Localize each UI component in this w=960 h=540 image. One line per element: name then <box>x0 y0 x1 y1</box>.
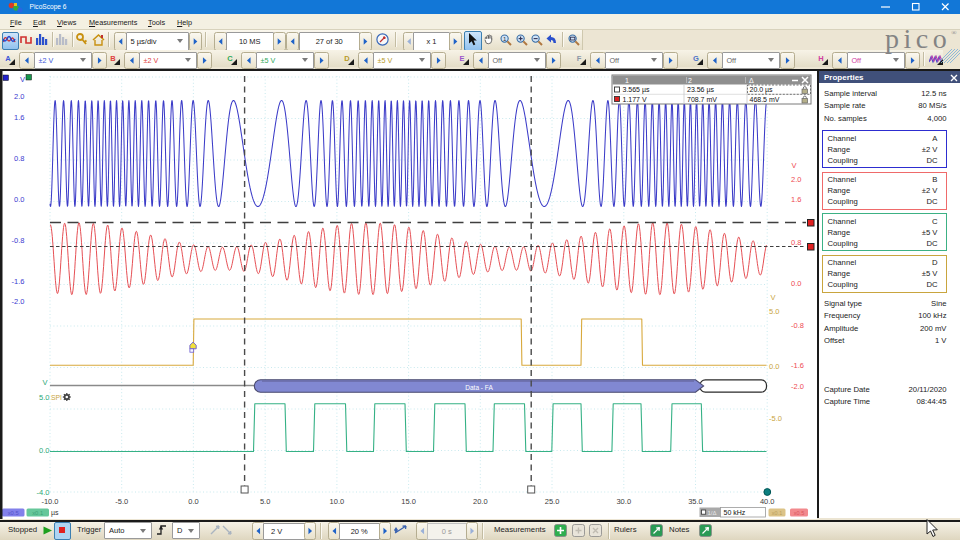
svg-text:SPI: SPI <box>51 394 62 401</box>
svg-text:0.8: 0.8 <box>791 238 801 247</box>
svg-text:1.6: 1.6 <box>14 113 24 122</box>
svg-text:V: V <box>792 161 797 170</box>
svg-text:x0.5: x0.5 <box>794 510 804 516</box>
svg-text:1.6: 1.6 <box>791 195 801 204</box>
svg-text:-10.0: -10.0 <box>41 497 58 506</box>
svg-text:Δ: Δ <box>749 77 754 84</box>
svg-text:1: 1 <box>625 77 629 84</box>
svg-text:-2.0: -2.0 <box>12 297 25 306</box>
svg-text:-4.0: -4.0 <box>37 488 50 497</box>
svg-text:40.0: 40.0 <box>760 497 775 506</box>
svg-text:Data - FA: Data - FA <box>465 384 493 391</box>
svg-text:10.0: 10.0 <box>330 497 345 506</box>
svg-text:2.0: 2.0 <box>14 92 24 101</box>
svg-text:-2.0: -2.0 <box>791 382 804 391</box>
svg-text:x0.5: x0.5 <box>8 510 19 516</box>
svg-text:-0.8: -0.8 <box>791 321 804 330</box>
svg-text:15.0: 15.0 <box>401 497 416 506</box>
svg-text:µs: µs <box>51 509 59 517</box>
svg-text:20.0 µs: 20.0 µs <box>750 86 774 94</box>
svg-text:0.0: 0.0 <box>188 497 198 506</box>
svg-text:x0.1: x0.1 <box>772 510 782 516</box>
svg-text:0.0: 0.0 <box>791 279 801 288</box>
svg-text:20.0: 20.0 <box>473 497 488 506</box>
svg-text:V: V <box>42 378 47 387</box>
svg-text:0.0: 0.0 <box>769 362 779 371</box>
svg-text:50 kHz: 50 kHz <box>724 509 746 516</box>
svg-text:-5.0: -5.0 <box>769 414 782 423</box>
svg-text:468.5 mV: 468.5 mV <box>750 96 780 103</box>
svg-text:5.0: 5.0 <box>769 307 779 316</box>
svg-text:5.0: 5.0 <box>260 497 270 506</box>
svg-text:2: 2 <box>688 77 692 84</box>
svg-text:0.0: 0.0 <box>39 446 49 455</box>
svg-text:-1.6: -1.6 <box>791 361 804 370</box>
svg-text:0.0: 0.0 <box>14 195 24 204</box>
svg-text:V: V <box>20 75 25 84</box>
svg-text:V: V <box>771 293 776 302</box>
svg-text:23.56 µs: 23.56 µs <box>687 86 714 94</box>
svg-text:0.8: 0.8 <box>14 154 24 163</box>
svg-text:-1.6: -1.6 <box>12 277 25 286</box>
svg-text:x0.1: x0.1 <box>32 510 43 516</box>
svg-text:-0.8: -0.8 <box>12 236 25 245</box>
svg-text:708.7 mV: 708.7 mV <box>687 96 717 103</box>
svg-text:1/Δ: 1/Δ <box>708 510 717 516</box>
svg-text:-5.0: -5.0 <box>115 497 128 506</box>
svg-text:25.0: 25.0 <box>545 497 560 506</box>
svg-text:2.0: 2.0 <box>791 175 801 184</box>
svg-text:5.0: 5.0 <box>39 393 49 402</box>
svg-text:35.0: 35.0 <box>688 497 703 506</box>
svg-text:30.0: 30.0 <box>616 497 631 506</box>
svg-text:1.177 V: 1.177 V <box>623 96 647 103</box>
svg-text:3.565 µs: 3.565 µs <box>623 86 650 94</box>
